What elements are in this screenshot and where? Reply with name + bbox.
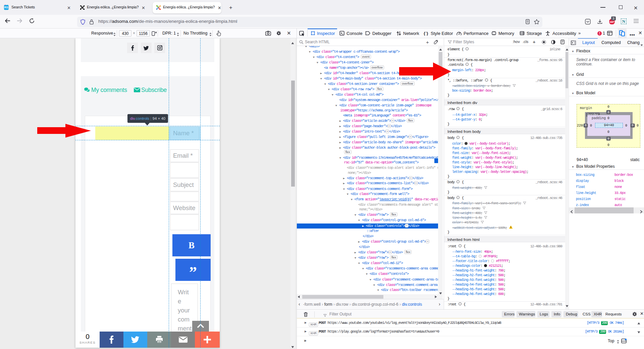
- svg-text:{}: {}: [423, 31, 429, 36]
- svg-text:ABP: ABP: [610, 21, 614, 23]
- svg-text:RS: RS: [4, 6, 8, 9]
